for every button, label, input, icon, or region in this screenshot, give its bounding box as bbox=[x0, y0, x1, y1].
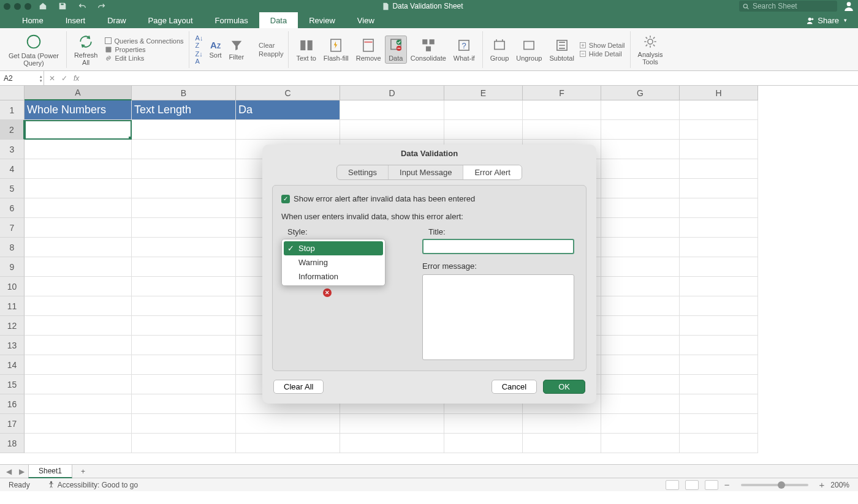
data-validation-button[interactable]: Data bbox=[385, 36, 407, 64]
cell[interactable] bbox=[601, 140, 680, 159]
tab-data[interactable]: Data bbox=[259, 12, 298, 28]
cell[interactable] bbox=[601, 218, 680, 238]
cell[interactable] bbox=[132, 296, 236, 316]
cell[interactable] bbox=[132, 355, 236, 375]
style-dropdown[interactable]: Stop Warning Information bbox=[281, 239, 385, 286]
cell[interactable] bbox=[601, 159, 680, 179]
refresh-all-button[interactable]: Refresh All bbox=[70, 33, 102, 66]
sort-button[interactable]: AZ Sort bbox=[205, 40, 225, 59]
text-to-columns-button[interactable]: Text to bbox=[292, 37, 319, 62]
search-sheet[interactable] bbox=[739, 1, 837, 12]
sheet-tab-sheet1[interactable]: Sheet1 bbox=[28, 464, 72, 478]
cell[interactable] bbox=[601, 238, 680, 257]
sheet-nav-prev-icon[interactable]: ◀ bbox=[2, 467, 15, 476]
cell[interactable] bbox=[444, 100, 523, 120]
zoom-slider[interactable] bbox=[741, 484, 808, 486]
row-header[interactable]: 6 bbox=[0, 198, 25, 218]
cell[interactable] bbox=[25, 179, 132, 198]
cell[interactable] bbox=[680, 198, 758, 218]
cell[interactable] bbox=[25, 140, 132, 159]
cell[interactable] bbox=[601, 179, 680, 198]
view-page-layout-button[interactable] bbox=[685, 480, 699, 490]
cell[interactable] bbox=[132, 198, 236, 218]
column-header-c[interactable]: C bbox=[236, 86, 340, 100]
row-header[interactable]: 12 bbox=[0, 316, 25, 336]
user-icon[interactable] bbox=[843, 1, 854, 12]
style-option-information[interactable]: Information bbox=[284, 269, 383, 284]
cell[interactable] bbox=[680, 159, 758, 179]
cell[interactable] bbox=[132, 316, 236, 336]
view-normal-button[interactable] bbox=[666, 480, 679, 490]
consolidate-button[interactable]: Consolidate bbox=[407, 37, 450, 62]
accessibility-status[interactable]: Accessibility: Good to go bbox=[47, 481, 138, 489]
row-header[interactable]: 8 bbox=[0, 238, 25, 257]
cell[interactable] bbox=[25, 238, 132, 257]
row-header[interactable]: 9 bbox=[0, 257, 25, 277]
column-header-a[interactable]: A bbox=[25, 86, 132, 100]
cell[interactable] bbox=[25, 394, 132, 414]
cell[interactable]: Da bbox=[236, 100, 340, 120]
column-header-h[interactable]: H bbox=[680, 86, 758, 100]
cancel-button[interactable]: Cancel bbox=[492, 380, 537, 394]
cell[interactable] bbox=[132, 375, 236, 394]
column-header-f[interactable]: F bbox=[523, 86, 601, 100]
name-box[interactable]: A2▴▾ bbox=[0, 71, 44, 85]
subtotal-button[interactable]: Subtotal bbox=[545, 37, 577, 62]
cell[interactable] bbox=[25, 414, 132, 434]
cell[interactable] bbox=[132, 140, 236, 159]
cell[interactable] bbox=[680, 375, 758, 394]
cell[interactable] bbox=[132, 336, 236, 355]
cell[interactable] bbox=[601, 316, 680, 336]
cell[interactable] bbox=[340, 414, 444, 434]
formula-accept-icon[interactable]: ✓ bbox=[61, 74, 67, 83]
group-button[interactable]: Group bbox=[487, 37, 513, 62]
cell[interactable] bbox=[340, 120, 444, 140]
cell[interactable] bbox=[444, 434, 523, 453]
row-header[interactable]: 2 bbox=[0, 120, 25, 140]
remove-duplicates-button[interactable]: Remove bbox=[352, 37, 385, 62]
cell[interactable] bbox=[680, 316, 758, 336]
row-header[interactable]: 3 bbox=[0, 140, 25, 159]
cell[interactable] bbox=[601, 375, 680, 394]
ungroup-button[interactable]: Ungroup bbox=[512, 37, 545, 62]
cell[interactable] bbox=[680, 218, 758, 238]
undo-icon[interactable] bbox=[78, 2, 86, 10]
cell[interactable] bbox=[25, 257, 132, 277]
tab-insert[interactable]: Insert bbox=[55, 12, 97, 28]
cell[interactable] bbox=[680, 100, 758, 120]
cell[interactable] bbox=[25, 355, 132, 375]
zoom-out-button[interactable]: − bbox=[724, 480, 730, 490]
cell[interactable] bbox=[444, 120, 523, 140]
row-header[interactable]: 15 bbox=[0, 375, 25, 394]
tab-draw[interactable]: Draw bbox=[96, 12, 137, 28]
row-header[interactable]: 17 bbox=[0, 414, 25, 434]
cell[interactable] bbox=[340, 434, 444, 453]
sort-asc-button[interactable]: A↓Z bbox=[196, 34, 203, 49]
column-header-e[interactable]: E bbox=[444, 86, 523, 100]
select-all-corner[interactable] bbox=[0, 86, 25, 100]
cell[interactable] bbox=[132, 277, 236, 296]
show-detail-button[interactable]: Show Detail bbox=[578, 41, 626, 50]
column-header-g[interactable]: G bbox=[601, 86, 680, 100]
cell[interactable] bbox=[680, 179, 758, 198]
cell[interactable] bbox=[680, 140, 758, 159]
cell[interactable]: Whole Numbers bbox=[25, 100, 132, 120]
column-header-d[interactable]: D bbox=[340, 86, 444, 100]
cell[interactable] bbox=[25, 198, 132, 218]
tab-review[interactable]: Review bbox=[298, 12, 346, 28]
row-header[interactable]: 11 bbox=[0, 296, 25, 316]
cell[interactable] bbox=[25, 375, 132, 394]
formula-cancel-icon[interactable]: ✕ bbox=[49, 74, 55, 83]
dialog-tab-settings[interactable]: Settings bbox=[337, 165, 389, 179]
row-header[interactable]: 4 bbox=[0, 159, 25, 179]
cell[interactable] bbox=[601, 394, 680, 414]
cell[interactable] bbox=[132, 120, 236, 140]
cell[interactable] bbox=[132, 179, 236, 198]
tab-formulas[interactable]: Formulas bbox=[204, 12, 259, 28]
fx-icon[interactable]: fx bbox=[74, 74, 79, 83]
cell[interactable] bbox=[25, 120, 132, 140]
cell[interactable] bbox=[680, 336, 758, 355]
cell[interactable] bbox=[680, 414, 758, 434]
cell[interactable] bbox=[601, 277, 680, 296]
cell[interactable] bbox=[601, 434, 680, 453]
